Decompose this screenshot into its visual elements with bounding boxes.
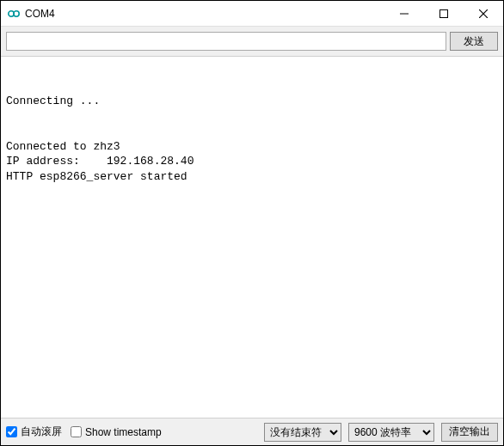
line-ending-select[interactable]: 没有结束符 (264, 423, 341, 442)
window-title: COM4 (25, 8, 384, 20)
serial-output[interactable]: Connecting ... Connected to zhz3 IP addr… (1, 57, 503, 418)
titlebar: COM4 (1, 1, 503, 27)
timestamp-option[interactable]: Show timestamp (71, 426, 162, 438)
window-controls (384, 1, 503, 26)
send-toolbar: 发送 (1, 27, 503, 57)
send-button[interactable]: 发送 (450, 32, 498, 51)
timestamp-checkbox[interactable] (71, 426, 82, 437)
arduino-icon (8, 8, 20, 20)
autoscroll-label: 自动滚屏 (21, 425, 62, 439)
maximize-button[interactable] (424, 1, 464, 27)
close-button[interactable] (464, 1, 503, 27)
timestamp-label: Show timestamp (85, 426, 162, 438)
statusbar-left: 自动滚屏 Show timestamp (6, 425, 257, 439)
baud-rate-select[interactable]: 9600 波特率 (348, 423, 434, 442)
serial-input[interactable] (6, 32, 446, 51)
serial-monitor-window: COM4 发送 Connecting ... Connected to zhz3… (0, 0, 504, 446)
clear-output-button[interactable]: 清空输出 (441, 423, 498, 442)
svg-rect-3 (440, 10, 448, 18)
autoscroll-checkbox[interactable] (6, 426, 17, 437)
statusbar: 自动滚屏 Show timestamp 没有结束符 9600 波特率 清空输出 (1, 418, 503, 445)
autoscroll-option[interactable]: 自动滚屏 (6, 425, 62, 439)
minimize-button[interactable] (384, 1, 424, 27)
